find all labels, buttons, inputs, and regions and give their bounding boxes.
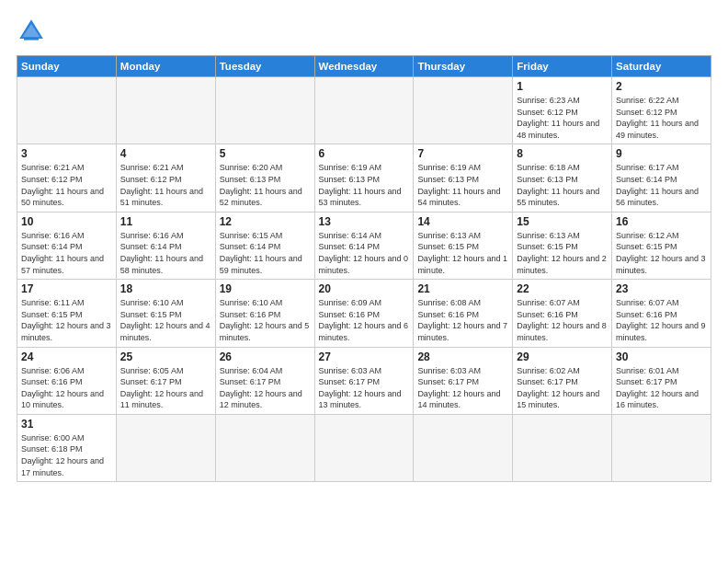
calendar-week-row: 10Sunrise: 6:16 AM Sunset: 6:14 PM Dayli… <box>17 212 711 279</box>
day-number: 23 <box>616 282 707 295</box>
day-number: 5 <box>220 147 311 160</box>
day-info: Sunrise: 6:01 AM Sunset: 6:17 PM Dayligh… <box>616 365 707 411</box>
calendar-cell <box>215 77 314 144</box>
weekday-header-row: SundayMondayTuesdayWednesdayThursdayFrid… <box>17 56 711 77</box>
day-number: 19 <box>220 282 311 295</box>
day-number: 25 <box>120 350 211 363</box>
calendar-cell: 4Sunrise: 6:21 AM Sunset: 6:12 PM Daylig… <box>116 144 215 212</box>
calendar-cell <box>116 77 215 144</box>
day-info: Sunrise: 6:23 AM Sunset: 6:12 PM Dayligh… <box>517 95 608 141</box>
calendar-cell: 10Sunrise: 6:16 AM Sunset: 6:14 PM Dayli… <box>17 212 117 279</box>
calendar-cell: 20Sunrise: 6:09 AM Sunset: 6:16 PM Dayli… <box>314 280 414 347</box>
day-number: 9 <box>616 147 707 160</box>
day-info: Sunrise: 6:07 AM Sunset: 6:16 PM Dayligh… <box>616 297 707 343</box>
calendar-cell: 1Sunrise: 6:23 AM Sunset: 6:12 PM Daylig… <box>513 77 612 144</box>
calendar-cell <box>414 77 513 144</box>
day-number: 3 <box>21 147 112 160</box>
calendar-cell <box>314 414 414 481</box>
day-info: Sunrise: 6:10 AM Sunset: 6:15 PM Dayligh… <box>120 297 211 343</box>
day-number: 8 <box>517 147 608 160</box>
day-number: 28 <box>417 350 508 363</box>
day-number: 2 <box>616 80 707 93</box>
calendar-week-row: 1Sunrise: 6:23 AM Sunset: 6:12 PM Daylig… <box>17 77 711 144</box>
day-info: Sunrise: 6:07 AM Sunset: 6:16 PM Dayligh… <box>517 297 608 343</box>
svg-rect-2 <box>24 37 39 40</box>
weekday-header-wednesday: Wednesday <box>314 56 414 77</box>
day-info: Sunrise: 6:19 AM Sunset: 6:13 PM Dayligh… <box>417 162 508 208</box>
calendar-week-row: 3Sunrise: 6:21 AM Sunset: 6:12 PM Daylig… <box>17 144 711 212</box>
day-info: Sunrise: 6:17 AM Sunset: 6:14 PM Dayligh… <box>616 162 707 208</box>
calendar-cell: 28Sunrise: 6:03 AM Sunset: 6:17 PM Dayli… <box>414 347 513 414</box>
calendar-cell: 27Sunrise: 6:03 AM Sunset: 6:17 PM Dayli… <box>314 347 414 414</box>
day-number: 31 <box>21 418 112 431</box>
day-number: 4 <box>120 147 211 160</box>
day-info: Sunrise: 6:22 AM Sunset: 6:12 PM Dayligh… <box>616 95 707 141</box>
calendar-cell: 7Sunrise: 6:19 AM Sunset: 6:13 PM Daylig… <box>414 144 513 212</box>
calendar-cell: 3Sunrise: 6:21 AM Sunset: 6:12 PM Daylig… <box>17 144 117 212</box>
calendar-cell <box>17 77 117 144</box>
day-info: Sunrise: 6:04 AM Sunset: 6:17 PM Dayligh… <box>220 365 311 411</box>
calendar-cell: 6Sunrise: 6:19 AM Sunset: 6:13 PM Daylig… <box>314 144 414 212</box>
weekday-header-thursday: Thursday <box>414 56 513 77</box>
page: SundayMondayTuesdayWednesdayThursdayFrid… <box>0 0 728 491</box>
calendar-cell: 14Sunrise: 6:13 AM Sunset: 6:15 PM Dayli… <box>414 212 513 279</box>
calendar-week-row: 17Sunrise: 6:11 AM Sunset: 6:15 PM Dayli… <box>17 280 711 347</box>
calendar-cell: 2Sunrise: 6:22 AM Sunset: 6:12 PM Daylig… <box>612 77 711 144</box>
calendar-cell: 29Sunrise: 6:02 AM Sunset: 6:17 PM Dayli… <box>513 347 612 414</box>
day-number: 14 <box>417 215 508 228</box>
day-number: 27 <box>319 350 410 363</box>
day-number: 18 <box>120 282 211 295</box>
day-info: Sunrise: 6:12 AM Sunset: 6:15 PM Dayligh… <box>616 230 707 276</box>
day-number: 11 <box>120 215 211 228</box>
day-info: Sunrise: 6:10 AM Sunset: 6:16 PM Dayligh… <box>220 297 311 343</box>
day-info: Sunrise: 6:05 AM Sunset: 6:17 PM Dayligh… <box>120 365 211 411</box>
day-number: 29 <box>517 350 608 363</box>
day-info: Sunrise: 6:16 AM Sunset: 6:14 PM Dayligh… <box>21 230 112 276</box>
day-info: Sunrise: 6:06 AM Sunset: 6:16 PM Dayligh… <box>21 365 112 411</box>
calendar-cell: 31Sunrise: 6:00 AM Sunset: 6:18 PM Dayli… <box>17 414 117 481</box>
day-number: 30 <box>616 350 707 363</box>
day-number: 15 <box>517 215 608 228</box>
day-info: Sunrise: 6:21 AM Sunset: 6:12 PM Dayligh… <box>21 162 112 208</box>
calendar-cell: 5Sunrise: 6:20 AM Sunset: 6:13 PM Daylig… <box>215 144 314 212</box>
calendar-cell: 30Sunrise: 6:01 AM Sunset: 6:17 PM Dayli… <box>612 347 711 414</box>
day-number: 16 <box>616 215 707 228</box>
calendar-cell <box>116 414 215 481</box>
day-number: 1 <box>517 80 608 93</box>
logo <box>17 17 50 46</box>
header <box>17 17 711 46</box>
day-info: Sunrise: 6:03 AM Sunset: 6:17 PM Dayligh… <box>319 365 410 411</box>
day-number: 7 <box>417 147 508 160</box>
calendar-cell <box>215 414 314 481</box>
calendar-cell <box>314 77 414 144</box>
calendar-cell: 11Sunrise: 6:16 AM Sunset: 6:14 PM Dayli… <box>116 212 215 279</box>
day-number: 13 <box>319 215 410 228</box>
day-info: Sunrise: 6:00 AM Sunset: 6:18 PM Dayligh… <box>21 432 112 478</box>
weekday-header-tuesday: Tuesday <box>215 56 314 77</box>
day-info: Sunrise: 6:09 AM Sunset: 6:16 PM Dayligh… <box>319 297 410 343</box>
day-info: Sunrise: 6:13 AM Sunset: 6:15 PM Dayligh… <box>417 230 508 276</box>
calendar-cell: 26Sunrise: 6:04 AM Sunset: 6:17 PM Dayli… <box>215 347 314 414</box>
day-info: Sunrise: 6:18 AM Sunset: 6:13 PM Dayligh… <box>517 162 608 208</box>
day-info: Sunrise: 6:11 AM Sunset: 6:15 PM Dayligh… <box>21 297 112 343</box>
weekday-header-saturday: Saturday <box>612 56 711 77</box>
day-number: 24 <box>21 350 112 363</box>
day-info: Sunrise: 6:08 AM Sunset: 6:16 PM Dayligh… <box>417 297 508 343</box>
day-info: Sunrise: 6:03 AM Sunset: 6:17 PM Dayligh… <box>417 365 508 411</box>
day-info: Sunrise: 6:21 AM Sunset: 6:12 PM Dayligh… <box>120 162 211 208</box>
day-info: Sunrise: 6:13 AM Sunset: 6:15 PM Dayligh… <box>517 230 608 276</box>
day-number: 6 <box>319 147 410 160</box>
calendar-cell: 9Sunrise: 6:17 AM Sunset: 6:14 PM Daylig… <box>612 144 711 212</box>
calendar-cell: 23Sunrise: 6:07 AM Sunset: 6:16 PM Dayli… <box>612 280 711 347</box>
calendar-cell: 25Sunrise: 6:05 AM Sunset: 6:17 PM Dayli… <box>116 347 215 414</box>
weekday-header-monday: Monday <box>116 56 215 77</box>
calendar-cell: 16Sunrise: 6:12 AM Sunset: 6:15 PM Dayli… <box>612 212 711 279</box>
calendar-cell: 12Sunrise: 6:15 AM Sunset: 6:14 PM Dayli… <box>215 212 314 279</box>
day-number: 17 <box>21 282 112 295</box>
day-info: Sunrise: 6:16 AM Sunset: 6:14 PM Dayligh… <box>120 230 211 276</box>
day-number: 10 <box>21 215 112 228</box>
calendar-cell: 19Sunrise: 6:10 AM Sunset: 6:16 PM Dayli… <box>215 280 314 347</box>
day-info: Sunrise: 6:19 AM Sunset: 6:13 PM Dayligh… <box>319 162 410 208</box>
day-number: 26 <box>220 350 311 363</box>
day-number: 21 <box>417 282 508 295</box>
